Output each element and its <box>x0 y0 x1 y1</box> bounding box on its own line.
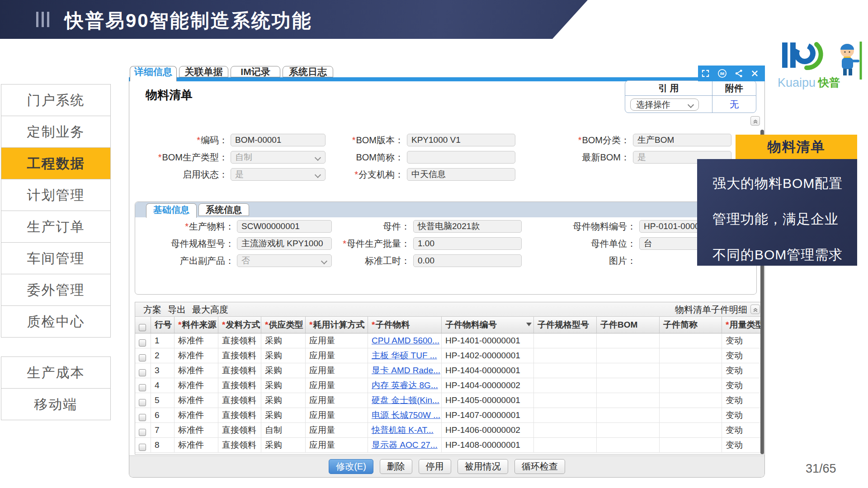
sidebar-item-production-cost[interactable]: 生产成本 <box>1 357 111 389</box>
disable-button[interactable]: 停用 <box>419 459 451 474</box>
required-asterisk: * <box>352 135 356 145</box>
sidebar-item-workshop-mgmt[interactable]: 车间管理 <box>1 243 111 274</box>
sidebar-item-portal[interactable]: 门户系统 <box>1 84 111 116</box>
row-checkbox[interactable] <box>139 414 146 421</box>
cell-source: 标准件 <box>175 393 218 408</box>
share-icon[interactable] <box>735 69 743 78</box>
cell-usage-type: 变动 <box>722 333 764 348</box>
sidebar-item-quality-center[interactable]: 质检中心 <box>1 306 111 338</box>
sidebar-item-mobile[interactable]: 移动端 <box>1 389 111 420</box>
tab-related-docs[interactable]: 关联单据 <box>179 66 228 77</box>
field-select[interactable]: 是 <box>231 168 326 181</box>
cell-child-spec <box>534 438 597 453</box>
row-checkbox[interactable] <box>139 444 146 451</box>
row-checkbox[interactable] <box>139 384 146 391</box>
sidebar-item-plan-mgmt[interactable]: 计划管理 <box>1 179 111 211</box>
cell-child-item[interactable]: 显卡 AMD Rade... <box>368 363 442 378</box>
cell-child-item[interactable]: 硬盘 金士顿(Kin... <box>368 393 442 408</box>
form-field-r3c1: 产出副产品：否 <box>156 254 332 267</box>
select-all-checkbox[interactable] <box>139 324 146 331</box>
collapse-grid-button[interactable] <box>750 305 760 314</box>
collapse-form-button[interactable] <box>750 116 760 126</box>
callout-line: 不同的BOM管理需求 <box>712 237 857 272</box>
modify-button[interactable]: 修改(E) <box>329 459 373 474</box>
row-checkbox[interactable] <box>139 339 146 347</box>
cell-child-item[interactable]: 快普机箱 K-AT... <box>368 423 442 438</box>
cell-usage-type: 变动 <box>722 408 764 423</box>
toolbar-link-1[interactable]: 导出 <box>168 302 186 317</box>
field-input[interactable]: 快普电脑2021款 <box>413 220 522 233</box>
row-checkbox[interactable] <box>139 399 146 406</box>
field-input[interactable]: KPY1000 V1 <box>407 134 515 146</box>
im-icon[interactable]: IM <box>717 69 727 78</box>
table-row: 2标准件直接领料采购应用量主板 华硕 TUF ...HP-1402-000000… <box>135 348 764 363</box>
tab-system-log[interactable]: 系统日志 <box>283 66 333 77</box>
field-label: 图片： <box>560 254 636 267</box>
cell-row-no: 8 <box>151 438 175 453</box>
cell-child-alias <box>660 363 722 378</box>
grid-col-row-no: 行号 <box>151 317 175 333</box>
field-select[interactable]: 否 <box>237 254 332 267</box>
cell-usage-type: 变动 <box>722 378 764 393</box>
field-label: *母件生产批量： <box>334 237 410 250</box>
toolbar-link-0[interactable]: 方案 <box>143 302 161 317</box>
close-icon[interactable] <box>751 70 759 77</box>
sidebar-item-custom-business[interactable]: 定制业务 <box>1 116 111 148</box>
cycle-check-button[interactable]: 循环检查 <box>514 459 565 474</box>
grid-col-child-item-code: 子件物料编号 <box>442 317 534 333</box>
cell-consume-calc: 应用量 <box>306 438 368 453</box>
field-input[interactable]: 1.00 <box>413 237 522 250</box>
table-row: 6标准件直接领料采购应用量电源 长城750W ...HP-1407-000000… <box>135 408 764 423</box>
field-input[interactable]: SCW00000001 <box>237 220 332 233</box>
field-label: *生产物料： <box>156 220 234 233</box>
cell-child-item[interactable]: CPU AMD 5600... <box>368 333 442 348</box>
field-input[interactable]: BOM-00001 <box>231 134 326 146</box>
field-label: BOM简称： <box>328 151 404 164</box>
cell-row-no: 3 <box>151 363 175 378</box>
field-input[interactable] <box>407 151 515 164</box>
sidebar-item-outsourcing-mgmt[interactable]: 委外管理 <box>1 274 111 306</box>
required-asterisk: * <box>309 320 312 329</box>
attachment-link[interactable]: 无 <box>712 99 756 111</box>
reference-panel: 引 用 附件 选择操作 无 <box>625 80 756 113</box>
required-asterisk: * <box>158 152 162 162</box>
grid-col-consume-calc: *耗用计算方式 <box>306 317 368 333</box>
row-checkbox[interactable] <box>139 354 146 361</box>
fullscreen-icon[interactable] <box>701 69 710 78</box>
row-checkbox[interactable] <box>139 369 146 376</box>
cell-consume-calc: 应用量 <box>306 423 368 438</box>
cell-child-item[interactable]: 显示器 AOC 27... <box>368 438 442 453</box>
field-input[interactable]: 主流游戏机 KPY1000 <box>237 237 332 250</box>
cell-child-alias <box>660 348 722 363</box>
field-input[interactable]: 生产BOM <box>633 134 731 146</box>
field-input[interactable]: 中天信息 <box>407 168 515 181</box>
delete-button[interactable]: 删除 <box>380 459 412 474</box>
cell-child-item[interactable]: 内存 英睿达 8G... <box>368 378 442 393</box>
cell-child-item[interactable]: 电源 长城750W ... <box>368 408 442 423</box>
sidebar-group: 门户系统定制业务工程数据计划管理生产订单车间管理委外管理质检中心 <box>1 84 111 338</box>
subtab-basic-info[interactable]: 基础信息 <box>146 203 197 218</box>
field-label: 母件物料编号： <box>560 220 636 233</box>
tab-detail[interactable]: 详细信息 <box>130 66 177 81</box>
cell-row-no: 5 <box>151 393 175 408</box>
usage-button[interactable]: 被用情况 <box>458 459 508 474</box>
filter-arrow-icon[interactable] <box>526 323 532 326</box>
required-asterisk: * <box>354 169 358 179</box>
cell-usage-type: 变动 <box>722 438 764 453</box>
sidebar-item-engineering-data[interactable]: 工程数据 <box>1 148 111 179</box>
required-asterisk: * <box>578 135 582 145</box>
cell-child-item-code: HP-1404-00000002 <box>442 378 534 393</box>
tab-im-log[interactable]: IM记录 <box>231 66 280 77</box>
field-select[interactable]: 自制 <box>231 151 326 164</box>
detail-grid: 物料清单子件明细 方案导出最大高度 行号*料件来源*发料方式*供应类型*耗用计算… <box>135 302 764 455</box>
row-checkbox[interactable] <box>139 429 146 436</box>
cell-source: 标准件 <box>175 333 218 348</box>
subtab-system-info[interactable]: 系统信息 <box>198 203 249 216</box>
sidebar-item-production-order[interactable]: 生产订单 <box>1 211 111 243</box>
cell-child-item[interactable]: 主板 华硕 TUF ... <box>368 348 442 363</box>
action-select[interactable]: 选择操作 <box>630 99 699 111</box>
field-input[interactable]: 0.00 <box>413 254 522 267</box>
form-field-r1c2: *BOM版本：KPY1000 V1 <box>328 134 515 146</box>
toolbar-link-2[interactable]: 最大高度 <box>192 302 228 317</box>
cell-select <box>135 378 151 393</box>
